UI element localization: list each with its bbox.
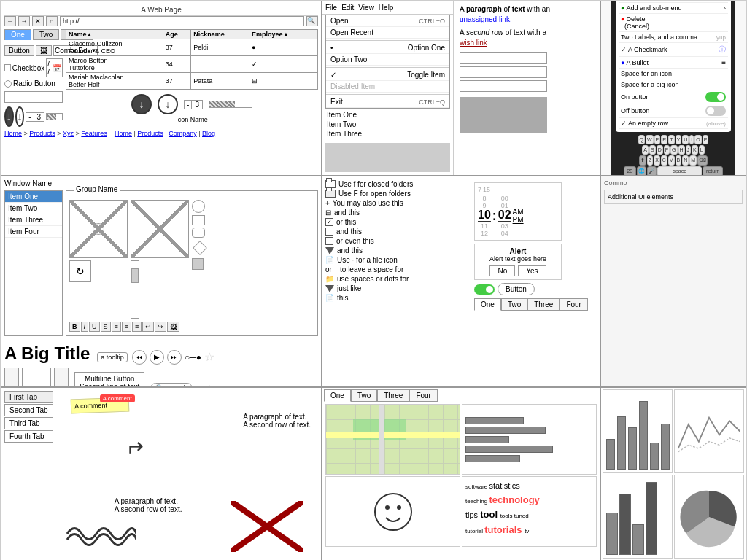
- redo-button[interactable]: ↪: [155, 322, 166, 332]
- menu-option-two[interactable]: Option Two: [326, 54, 449, 66]
- wish-link[interactable]: wish link: [460, 39, 487, 47]
- key-z[interactable]: Z: [647, 155, 653, 166]
- toggle-off-switch[interactable]: [705, 106, 726, 116]
- key-x[interactable]: X: [654, 155, 660, 166]
- key-emoji[interactable]: 🌐: [637, 166, 646, 176]
- media-forward-button[interactable]: ⏭: [167, 350, 182, 365]
- key-m[interactable]: M: [689, 155, 697, 166]
- key-h[interactable]: H: [678, 145, 685, 155]
- third-tab[interactable]: Third Tab: [4, 417, 53, 429]
- second-tab[interactable]: Second Tab: [4, 404, 53, 416]
- key-c[interactable]: C: [661, 155, 667, 166]
- date-field[interactable]: / / 📅: [46, 58, 63, 77]
- list-item-four[interactable]: Item Four: [5, 226, 62, 238]
- toggle-on-switch[interactable]: [705, 92, 726, 102]
- key-v[interactable]: V: [668, 155, 675, 166]
- map-tab-one[interactable]: One: [324, 389, 351, 402]
- bold-button[interactable]: B: [69, 322, 80, 332]
- align-left-button[interactable]: ≡: [112, 322, 121, 332]
- key-y[interactable]: Y: [676, 135, 682, 144]
- phone-item-bullet[interactable]: ●A Bullet ≡: [619, 57, 728, 69]
- align-center-button[interactable]: ≡: [122, 322, 131, 332]
- menu-open[interactable]: OpenCTRL+O: [326, 15, 449, 27]
- text-input[interactable]: [4, 91, 63, 103]
- phone-item-off-button[interactable]: Off button: [619, 104, 728, 118]
- key-l[interactable]: L: [699, 145, 705, 155]
- am-option[interactable]: AM: [513, 208, 524, 216]
- strikethrough-button[interactable]: S: [101, 322, 111, 332]
- number-stepper[interactable]: - 3: [26, 112, 44, 122]
- alert-yes-button[interactable]: Yes: [518, 265, 546, 276]
- button-pill[interactable]: Button: [498, 283, 535, 295]
- key-q[interactable]: Q: [638, 135, 645, 144]
- menu-edit[interactable]: Edit: [341, 4, 354, 12]
- search-button[interactable]: 🔍: [306, 16, 318, 26]
- map-tab-three[interactable]: Three: [377, 389, 409, 402]
- radio-button[interactable]: [4, 80, 12, 88]
- menu-file[interactable]: File: [325, 4, 337, 12]
- text-input-1[interactable]: [460, 52, 547, 64]
- key-return[interactable]: return: [703, 166, 723, 176]
- alert-no-button[interactable]: No: [489, 265, 515, 276]
- pm-option[interactable]: PM: [513, 216, 524, 224]
- list-item-two[interactable]: Item Two: [5, 203, 62, 214]
- tab-two[interactable]: Two: [33, 29, 59, 40]
- key-n[interactable]: N: [682, 155, 689, 166]
- key-w[interactable]: W: [646, 135, 654, 144]
- key-p[interactable]: P: [703, 135, 709, 144]
- forward-button[interactable]: →: [18, 16, 30, 26]
- num-stepper2[interactable]: - 3: [184, 100, 203, 109]
- submenu-item-three[interactable]: Item Three: [327, 129, 449, 139]
- key-b[interactable]: B: [676, 155, 682, 166]
- phone-item-delete[interactable]: ●Delete (Cancel): [619, 14, 728, 32]
- menu-view[interactable]: View: [358, 4, 374, 12]
- media-play-button[interactable]: ▶: [150, 350, 164, 365]
- list-item-three[interactable]: Item Three: [5, 214, 62, 226]
- phone-item-two-labels[interactable]: Two Labels, and a comma yup: [619, 32, 728, 43]
- icon-button[interactable]: 🖼: [36, 45, 52, 56]
- text-input-2[interactable]: [460, 66, 547, 78]
- submenu-item-two[interactable]: Item Two: [327, 120, 449, 129]
- key-u[interactable]: U: [682, 135, 689, 144]
- map-tab-four[interactable]: Four: [409, 389, 438, 402]
- phone-item-empty-row[interactable]: ✓An empty row (above): [619, 118, 728, 129]
- multiline-button[interactable]: Multiline Button Second line of text: [74, 372, 144, 388]
- undo-button[interactable]: ↩: [142, 322, 154, 332]
- step-down[interactable]: -: [26, 113, 34, 121]
- phone-item-space-big-icon[interactable]: Space for a big icon: [619, 79, 728, 90]
- phone-item-checkmark[interactable]: ✓A Checkmark ⓘ: [619, 43, 728, 57]
- key-123[interactable]: 23: [624, 166, 637, 176]
- key-space[interactable]: space: [657, 166, 702, 176]
- align-right-button[interactable]: ≡: [132, 322, 142, 332]
- key-g[interactable]: G: [670, 145, 677, 155]
- unassigned-link[interactable]: unassigned link.: [460, 15, 512, 23]
- button-control[interactable]: Button: [4, 45, 34, 56]
- key-backspace[interactable]: ⌫: [697, 155, 708, 166]
- tab-three-pill[interactable]: Three: [527, 298, 560, 311]
- back-button[interactable]: ←: [4, 16, 16, 26]
- list-item-one[interactable]: Item One: [5, 191, 62, 203]
- menu-help[interactable]: Help: [379, 4, 394, 12]
- media-rewind-button[interactable]: ⏮: [132, 350, 147, 365]
- tab-one[interactable]: One: [4, 29, 31, 40]
- underline-button[interactable]: U: [89, 322, 100, 332]
- key-a[interactable]: A: [642, 145, 649, 155]
- key-o[interactable]: O: [694, 135, 701, 144]
- fourth-tab[interactable]: Fourth Tab: [4, 430, 53, 443]
- first-tab[interactable]: First Tab: [4, 391, 53, 403]
- tab-one-pill[interactable]: One: [474, 298, 501, 311]
- menu-open-recent[interactable]: Open Recent: [326, 27, 449, 39]
- menu-toggle[interactable]: Toggle Item: [326, 69, 449, 81]
- key-r[interactable]: R: [661, 135, 667, 144]
- insert-image-button[interactable]: 🖼: [167, 322, 179, 332]
- key-s[interactable]: S: [649, 145, 656, 155]
- tab-four-pill[interactable]: Four: [560, 298, 588, 311]
- key-f[interactable]: F: [664, 145, 670, 155]
- phone-item-on-button[interactable]: On button: [619, 90, 728, 104]
- menu-exit[interactable]: ExitCTRL+Q: [326, 96, 449, 108]
- key-k[interactable]: K: [692, 145, 698, 155]
- key-t[interactable]: T: [668, 135, 674, 144]
- phone-item-add-submenu[interactable]: ●Add and sub-menu ›: [619, 3, 728, 14]
- small-toggle-on[interactable]: [474, 284, 495, 295]
- key-e[interactable]: E: [654, 135, 661, 144]
